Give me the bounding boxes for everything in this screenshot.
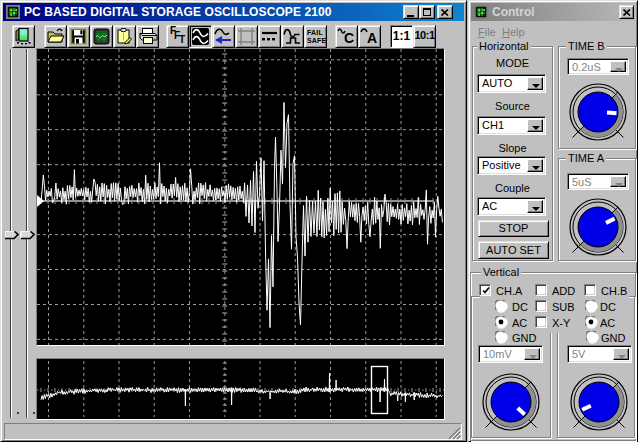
svg-text:A: A bbox=[367, 30, 377, 46]
svg-text:C: C bbox=[344, 30, 354, 46]
